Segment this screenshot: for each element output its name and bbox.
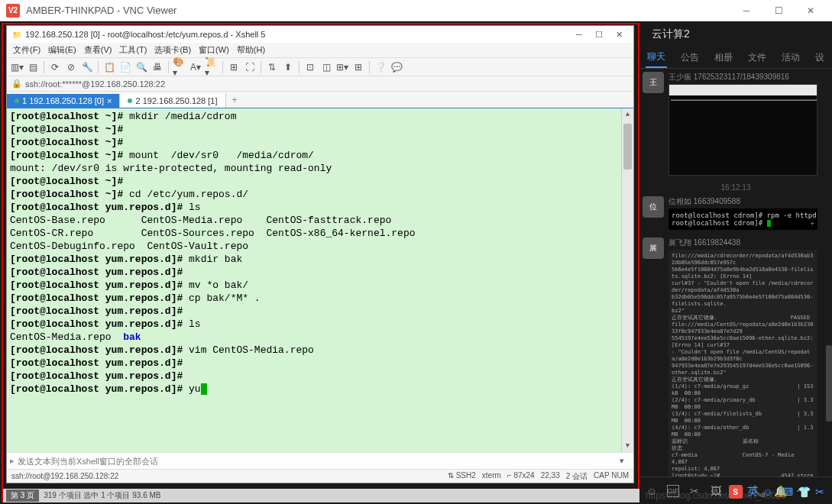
tb-session-icon[interactable]: ⊞ [227, 60, 241, 74]
tab-close-icon[interactable]: × [107, 96, 112, 105]
ime-emoji-icon[interactable]: ☺ [762, 486, 773, 498]
terminal-scrollbar[interactable]: ▲▼ [621, 108, 633, 452]
tb-misc1-icon[interactable]: ⊡ [303, 60, 317, 74]
tb-misc2-icon[interactable]: ◫ [319, 60, 333, 74]
tb-reconnect-icon[interactable]: ⟳ [48, 60, 62, 74]
xshell-window: 📁 192.168.250.128 [0] - root@localhost:/… [6, 25, 634, 483]
chat-scrollbar[interactable] [824, 70, 832, 477]
tb-misc3-icon[interactable]: ⊞ [351, 60, 365, 74]
screenshot-thumbnail[interactable]: ▬▬▬▬▬▬▬▬▬▬▬▬▬▬▬▬▬▬▬▬▬▬▬▬▬▬▬▬▬▬▬▬▬▬▬▬▬▬▬▬… [669, 84, 817, 176]
tb-new-icon[interactable]: ▥▾ [10, 60, 24, 74]
xshell-title: 192.168.250.128 [0] - root@localhost:/et… [25, 30, 569, 39]
broadcast-dropdown-icon[interactable]: ▾ [620, 456, 630, 466]
tb-script-icon[interactable]: 📜▾ [205, 60, 219, 74]
terminal-line: [root@localhost yum.repos.d]# [10, 370, 630, 383]
menu-tools[interactable]: 工具(T) [116, 43, 150, 57]
menu-window[interactable]: 窗口(W) [196, 43, 232, 57]
sogou-logo-icon[interactable]: S [729, 485, 743, 499]
tb-props-icon[interactable]: 🔧 [80, 60, 94, 74]
terminal-line: [root@localhost yum.repos.d]# yu [10, 383, 630, 396]
status-sessions: 2 会话 [566, 471, 588, 482]
scrollbar-thumb[interactable] [623, 124, 632, 170]
xshell-address-bar[interactable]: 🔒 ssh://root:******@192.168.250.128:22 [7, 76, 633, 92]
log-output[interactable]: file:///media/cdrecorder/repodata/af4d53… [669, 250, 817, 477]
tb-print-icon[interactable]: 🖶 [151, 60, 164, 74]
close-button[interactable]: ✕ [795, 2, 826, 20]
tb-open-icon[interactable]: ▤ [26, 60, 40, 74]
status-size: ⌐ 87x24 [507, 471, 535, 482]
chat-message: 王王少振 17625323117/18439309816▬▬▬▬▬▬▬▬▬▬▬▬… [643, 72, 829, 176]
xshell-minimize-button[interactable]: ─ [569, 27, 589, 41]
sidebar-tab-notice[interactable]: 公告 [679, 48, 701, 67]
menu-file[interactable]: 文件(F) [10, 43, 44, 57]
session-tab-1[interactable]: 1 192.168.250.128 [0] × [7, 94, 120, 108]
maximize-button[interactable]: ☐ [763, 2, 794, 20]
broadcast-input[interactable] [15, 457, 620, 466]
sidebar-tab-files[interactable]: 文件 [746, 48, 768, 67]
tb-disconnect-icon[interactable]: ⊘ [64, 60, 78, 74]
avatar[interactable]: 展 [643, 237, 664, 259]
chat-message: 展展飞翔 16619824438file:///media/cdrecorder… [643, 237, 829, 477]
tb-color-icon[interactable]: 🎨▾ [173, 60, 186, 74]
status-caps: CAP NUM [594, 471, 629, 482]
sidebar-tab-chat[interactable]: 聊天 [646, 47, 667, 68]
chat-sidebar: 云计算2 聊天 公告 相册 文件 活动 设 王王少振 17625323117/1… [639, 21, 832, 504]
terminal-line: [root@localhost ~]# cd /etc/yum.repos.d/ [10, 188, 630, 201]
tb-paste-icon[interactable]: 📄 [118, 60, 132, 74]
xshell-status-bar: ssh://root@192.168.250.128:22 ⇅ SSH2 xte… [7, 469, 633, 483]
menu-view[interactable]: 查看(V) [81, 43, 115, 57]
avatar[interactable]: 位 [643, 196, 664, 218]
session-tab-2[interactable]: 2 192.168.250.128 [1] [120, 94, 225, 108]
scroll-up-icon[interactable]: ▲ [622, 108, 633, 121]
minimize-button[interactable]: ─ [731, 2, 762, 20]
terminal-line: [root@localhost yum.repos.d]# ls [10, 201, 630, 214]
chat-timestamp: 16:12:13 [643, 183, 829, 192]
ime-floating-bar[interactable]: S 英 ☺ ⌨ 👕 ✂ [724, 483, 829, 501]
chat-messages[interactable]: 王王少振 17625323117/18439309816▬▬▬▬▬▬▬▬▬▬▬▬… [639, 69, 832, 477]
chat-message: 位位相如 16639409588root@localhost cdrom]# r… [643, 196, 829, 230]
scrollbar-thumb[interactable] [826, 345, 832, 422]
xshell-maximize-button[interactable]: ☐ [589, 27, 609, 41]
tb-tile-icon[interactable]: ⊞▾ [335, 60, 349, 74]
tab-add-button[interactable]: + [226, 92, 244, 108]
xshell-close-button[interactable]: ✕ [609, 27, 629, 41]
terminal-line: [root@localhost yum.repos.d]# mkdir bak [10, 253, 630, 266]
xshell-menubar: 文件(F) 编辑(E) 查看(V) 工具(T) 选项卡(B) 窗口(W) 帮助(… [7, 43, 633, 58]
tb-search-icon[interactable]: 🔍 [134, 60, 148, 74]
sidebar-tab-album[interactable]: 相册 [713, 48, 734, 67]
tb-font-icon[interactable]: A▾ [189, 60, 202, 74]
tb-copy-icon[interactable]: 📋 [102, 60, 116, 74]
scroll-down-icon[interactable]: ▼ [622, 440, 633, 452]
terminal-line: [root@localhost yum.repos.d]# mv *o bak/ [10, 279, 630, 292]
vnc-logo-icon: V2 [6, 4, 20, 18]
menu-help[interactable]: 帮助(H) [234, 43, 268, 57]
ime-lang-icon[interactable]: 英 [747, 485, 758, 499]
sidebar-tab-activity[interactable]: 活动 [780, 48, 801, 67]
tb-help-icon[interactable]: ❔ [374, 60, 387, 74]
lock-icon: 🔒 [11, 79, 22, 89]
terminal-line: CentOS-CR.repo CentOS-Sources.repo CentO… [10, 227, 630, 240]
avatar[interactable]: 王 [643, 72, 664, 93]
ime-tool-icon[interactable]: ✂ [815, 486, 824, 498]
menu-tabs[interactable]: 选项卡(B) [151, 43, 194, 57]
terminal-line: mount: /dev/sr0 is write-protected, moun… [10, 162, 630, 175]
terminal-line: [root@localhost ~]# mount /dev/sr0 /medi… [10, 149, 630, 162]
sidebar-header: 云计算2 [639, 21, 832, 47]
ime-skin-icon[interactable]: 👕 [798, 486, 811, 498]
xshell-broadcast-bar: ▸ ▾ [7, 452, 633, 469]
tb-fullscreen-icon[interactable]: ⛶ [243, 60, 257, 74]
terminal-line: [root@localhost ~]# mkdir /media/cdrom [10, 110, 630, 123]
tb-transfer-icon[interactable]: ⇅ [265, 60, 279, 74]
tb-upload-icon[interactable]: ⬆ [281, 60, 295, 74]
vnc-content-area: 📁 192.168.250.128 [0] - root@localhost:/… [0, 21, 832, 504]
group-title: 云计算2 [652, 27, 690, 41]
ime-keyboard-icon[interactable]: ⌨ [778, 486, 793, 498]
terminal-area[interactable]: [root@localhost ~]# mkdir /media/cdrom[r… [7, 108, 633, 452]
tb-feedback-icon[interactable]: 💬 [390, 60, 403, 74]
code-snippet[interactable]: root@localhost cdrom]# rpm -e httpd root… [669, 208, 817, 230]
sidebar-tab-settings[interactable]: 设 [814, 48, 826, 67]
menu-edit[interactable]: 编辑(E) [45, 43, 79, 57]
sender-name: 王少振 17625323117/18439309816 [669, 72, 829, 82]
status-ssh: ⇅ SSH2 [448, 471, 476, 482]
terminal-line: CentOS-Debuginfo.repo CentOS-Vault.repo [10, 240, 630, 253]
